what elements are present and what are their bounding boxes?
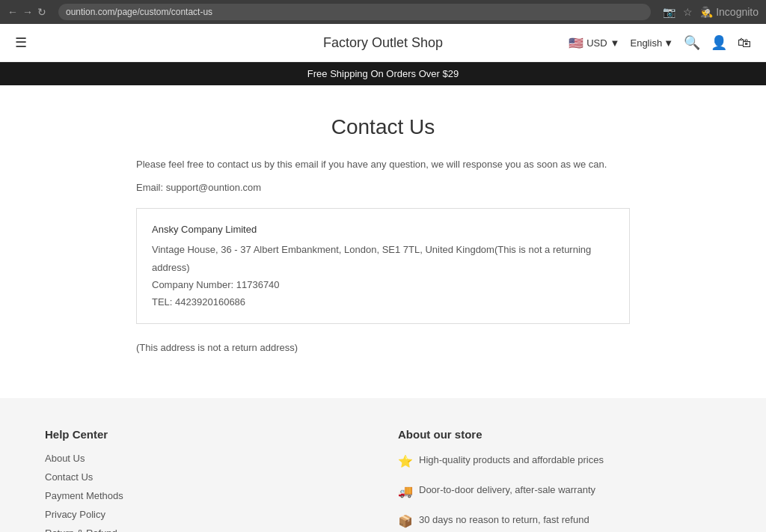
nav-buttons[interactable]: ← → ↻ (7, 7, 46, 17)
footer-link-return[interactable]: Return & Refund (45, 528, 368, 532)
language-selector[interactable]: English ▼ (630, 37, 673, 49)
incognito-icon: 🕵 (700, 6, 713, 18)
currency-selector[interactable]: 🇺🇸 USD ▼ (569, 36, 619, 50)
back-button[interactable]: ← (7, 7, 18, 17)
hamburger-icon[interactable]: ☰ (15, 34, 27, 51)
help-center-title: Help Center (45, 428, 368, 441)
search-icon[interactable]: 🔍 (684, 34, 700, 51)
return-note: (This address is not a return address) (136, 342, 630, 353)
site-footer: Help Center About Us Contact Us Payment … (0, 398, 766, 532)
language-label: English (630, 37, 662, 49)
contact-intro: Please feel free to contact us by this e… (136, 157, 630, 173)
company-number-label: Company Number: (152, 279, 233, 290)
site-title: Factory Outlet Shop (323, 35, 443, 51)
contact-email: Email: support@ountion.com (136, 182, 630, 193)
tel-label: TEL: (152, 296, 172, 308)
footer-link-contact[interactable]: Contact Us (45, 471, 368, 483)
feature-text-1: High-quality products and affordable pri… (419, 453, 604, 468)
feature-text-2: Door-to-door delivery, after-sale warran… (419, 483, 595, 498)
header-left: ☰ (15, 34, 27, 51)
main-content: Contact Us Please feel free to contact u… (121, 85, 645, 398)
currency-label: USD (586, 37, 607, 49)
company-name: Ansky Company Limited (152, 221, 614, 238)
promo-text: Free Shipping On Orders Over $29 (307, 68, 459, 79)
page-title: Contact Us (136, 115, 630, 139)
store-feature-2: 🚚 Door-to-door delivery, after-sale warr… (398, 483, 721, 501)
footer-link-about[interactable]: About Us (45, 453, 368, 464)
email-value: support@ountion.com (166, 182, 261, 193)
address-box: Ansky Company Limited Vintage House, 36 … (136, 208, 630, 324)
us-flag-icon: 🇺🇸 (569, 36, 583, 50)
site-header: ☰ Factory Outlet Shop 🇺🇸 USD ▼ English ▼… (0, 24, 766, 62)
currency-chevron-icon: ▼ (610, 37, 620, 49)
address-bar[interactable]: ountion.com/page/custom/contact-us (58, 4, 651, 20)
promo-banner: Free Shipping On Orders Over $29 (0, 62, 766, 85)
tel: TEL: 4423920160686 (152, 293, 614, 311)
cart-icon[interactable]: 🛍 (738, 35, 751, 51)
browser-actions: 📷 ☆ 🕵 Incognito (663, 6, 759, 18)
language-chevron-icon: ▼ (664, 37, 673, 49)
company-number-value: 11736740 (236, 279, 280, 290)
store-feature-3: 📦 30 days no reason to return, fast refu… (398, 513, 721, 531)
footer-link-payment[interactable]: Payment Methods (45, 490, 368, 501)
feature-text-3: 30 days no reason to return, fast refund (419, 513, 589, 528)
company-number: Company Number: 11736740 (152, 276, 614, 293)
bookmark-icon[interactable]: ☆ (683, 6, 693, 18)
box-icon: 📦 (398, 513, 413, 531)
footer-about-store: About our store ⭐ High-quality products … (398, 428, 721, 532)
star-icon: ⭐ (398, 453, 413, 471)
footer-help-center: Help Center About Us Contact Us Payment … (45, 428, 368, 532)
incognito-label: 🕵 Incognito (700, 6, 759, 18)
camera-off-icon: 📷 (663, 6, 675, 18)
account-icon[interactable]: 👤 (711, 34, 727, 51)
tel-value: 4423920160686 (175, 296, 245, 308)
reload-button[interactable]: ↻ (37, 7, 46, 17)
forward-button[interactable]: → (22, 7, 33, 17)
footer-link-privacy[interactable]: Privacy Policy (45, 509, 368, 520)
email-label: Email: (136, 182, 163, 193)
address-street: Vintage House, 36 - 37 Albert Embankment… (152, 241, 614, 276)
browser-chrome: ← → ↻ ountion.com/page/custom/contact-us… (0, 0, 766, 24)
about-store-title: About our store (398, 428, 721, 441)
truck-icon: 🚚 (398, 483, 413, 501)
store-feature-1: ⭐ High-quality products and affordable p… (398, 453, 721, 471)
header-right: 🇺🇸 USD ▼ English ▼ 🔍 👤 🛍 (569, 34, 751, 51)
url-text: ountion.com/page/custom/contact-us (66, 7, 212, 17)
footer-columns: Help Center About Us Contact Us Payment … (45, 428, 721, 532)
